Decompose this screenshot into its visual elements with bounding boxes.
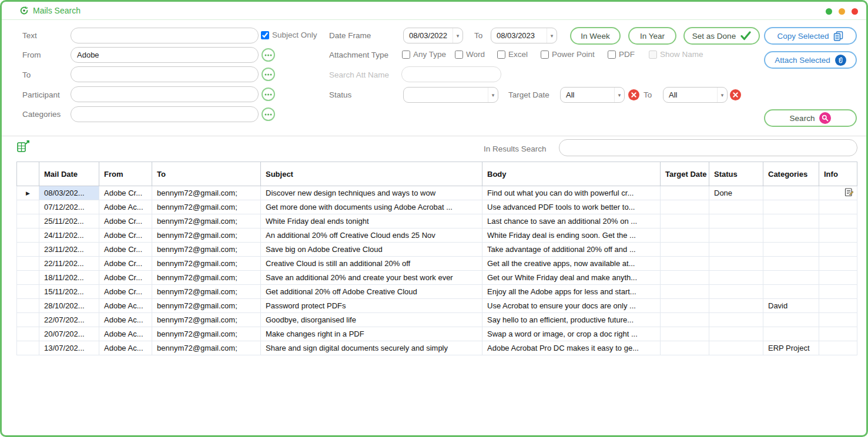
- table-row[interactable]: 18/11/202...Adobe Cr...bennym72@gmail.co…: [17, 271, 857, 285]
- table-row[interactable]: 07/12/202...Adobe Ac...bennym72@gmail.co…: [17, 200, 857, 214]
- cell-categories[interactable]: ERP Project: [763, 341, 819, 355]
- header-from[interactable]: From: [99, 162, 152, 186]
- cell-mail-date[interactable]: 28/10/202...: [39, 299, 99, 313]
- restore-button[interactable]: [839, 8, 845, 15]
- table-row[interactable]: 22/07/202...Adobe Ac...bennym72@gmail.co…: [17, 313, 857, 327]
- target-date-to-select[interactable]: All ▾: [663, 87, 728, 103]
- row-selector[interactable]: [17, 341, 39, 355]
- subject-only-checkbox[interactable]: [261, 31, 269, 39]
- cell-subject[interactable]: Share and sign digital documents securel…: [261, 341, 482, 355]
- cell-subject[interactable]: An additional 20% off Creative Cloud end…: [261, 228, 482, 243]
- header-target-date[interactable]: Target Date: [661, 162, 709, 186]
- cell-subject[interactable]: Get additional 20% off Adobe Creative Cl…: [261, 285, 482, 299]
- cell-info[interactable]: [819, 200, 857, 214]
- cell-body[interactable]: Enjoy all the Adobe apps for less and st…: [482, 285, 661, 299]
- from-picker-button[interactable]: [262, 48, 275, 62]
- cell-body[interactable]: White Friday deal is ending soon. Get th…: [482, 228, 661, 243]
- cell-from[interactable]: Adobe Cr...: [99, 271, 152, 285]
- cell-target-date[interactable]: [661, 200, 709, 214]
- search-button[interactable]: Search: [764, 109, 857, 127]
- cell-from[interactable]: Adobe Cr...: [99, 285, 152, 299]
- cell-target-date[interactable]: [661, 327, 709, 341]
- row-selector[interactable]: [17, 200, 39, 214]
- cell-target-date[interactable]: [661, 243, 709, 257]
- row-selector[interactable]: [17, 228, 39, 243]
- cell-subject[interactable]: Goodbye, disorganised life: [261, 313, 482, 327]
- row-selector[interactable]: [17, 214, 39, 228]
- row-selector[interactable]: ▶: [17, 186, 39, 200]
- excel-checkbox[interactable]: [497, 51, 505, 59]
- row-selector[interactable]: [17, 285, 39, 299]
- cell-subject[interactable]: Password protect PDFs: [261, 299, 482, 313]
- table-row[interactable]: 23/11/202...Adobe Cr...bennym72@gmail.co…: [17, 243, 857, 257]
- cell-mail-date[interactable]: 15/11/202...: [39, 285, 99, 299]
- cell-to[interactable]: bennym72@gmail.com;: [152, 228, 261, 243]
- attachment-powerpoint-checkbox-row[interactable]: Power Point: [541, 50, 595, 59]
- from-input[interactable]: [71, 47, 259, 63]
- status-select[interactable]: ▾: [403, 87, 498, 103]
- cell-categories[interactable]: [763, 200, 819, 214]
- categories-picker-button[interactable]: [262, 107, 275, 121]
- note-edit-icon[interactable]: [844, 187, 854, 197]
- row-selector[interactable]: [17, 243, 39, 257]
- header-status[interactable]: Status: [709, 162, 763, 186]
- cell-from[interactable]: Adobe Ac...: [99, 299, 152, 313]
- cell-from[interactable]: Adobe Cr...: [99, 186, 152, 200]
- attachment-any-type-checkbox-row[interactable]: Any Type: [402, 50, 446, 59]
- cell-mail-date[interactable]: 23/11/202...: [39, 243, 99, 257]
- cell-body[interactable]: Use Acrobat to ensure your docs are only…: [482, 299, 661, 313]
- cell-subject[interactable]: Make changes right in a PDF: [261, 327, 482, 341]
- cell-categories[interactable]: [763, 313, 819, 327]
- cell-subject[interactable]: Creative Cloud is still an additional 20…: [261, 257, 482, 271]
- cell-to[interactable]: bennym72@gmail.com;: [152, 341, 261, 355]
- cell-info[interactable]: [819, 271, 857, 285]
- in-year-button[interactable]: In Year: [628, 27, 676, 45]
- cell-mail-date[interactable]: 07/12/202...: [39, 200, 99, 214]
- table-row[interactable]: 24/11/202...Adobe Cr...bennym72@gmail.co…: [17, 228, 857, 243]
- cell-status[interactable]: [709, 327, 763, 341]
- row-selector[interactable]: [17, 327, 39, 341]
- cell-target-date[interactable]: [661, 271, 709, 285]
- cell-subject[interactable]: White Friday deal ends tonight: [261, 214, 482, 228]
- close-button[interactable]: [852, 8, 858, 15]
- in-results-search-input[interactable]: [559, 139, 857, 156]
- cell-mail-date[interactable]: 22/07/202...: [39, 313, 99, 327]
- header-mail-date[interactable]: Mail Date: [39, 162, 99, 186]
- header-subject[interactable]: Subject: [261, 162, 482, 186]
- cell-target-date[interactable]: [661, 313, 709, 327]
- table-row[interactable]: 15/11/202...Adobe Cr...bennym72@gmail.co…: [17, 285, 857, 299]
- participant-picker-button[interactable]: [262, 88, 275, 101]
- text-input[interactable]: [71, 28, 259, 43]
- cell-target-date[interactable]: [661, 214, 709, 228]
- cell-target-date[interactable]: [661, 257, 709, 271]
- copy-selected-button[interactable]: Copy Selected: [764, 27, 857, 45]
- cell-from[interactable]: Adobe Cr...: [99, 257, 152, 271]
- pdf-checkbox[interactable]: [608, 51, 616, 59]
- cell-info[interactable]: [819, 186, 857, 200]
- cell-from[interactable]: Adobe Ac...: [99, 200, 152, 214]
- table-row[interactable]: 28/10/202...Adobe Ac...bennym72@gmail.co…: [17, 299, 857, 313]
- cell-body[interactable]: Adobe Acrobat Pro DC makes it easy to ge…: [482, 341, 661, 355]
- target-date-from-select[interactable]: All ▾: [560, 87, 625, 103]
- attachment-word-checkbox-row[interactable]: Word: [455, 50, 485, 59]
- table-row[interactable]: ▶08/03/202...Adobe Cr...bennym72@gmail.c…: [17, 186, 857, 200]
- cell-mail-date[interactable]: 20/07/202...: [39, 327, 99, 341]
- cell-info[interactable]: [819, 285, 857, 299]
- cell-body[interactable]: Get our White Friday deal and make anyth…: [482, 271, 661, 285]
- cell-categories[interactable]: David: [763, 299, 819, 313]
- cell-categories[interactable]: [763, 228, 819, 243]
- minimize-button[interactable]: [826, 8, 832, 15]
- cell-status[interactable]: [709, 313, 763, 327]
- cell-status[interactable]: Done: [709, 186, 763, 200]
- cell-from[interactable]: Adobe Cr...: [99, 228, 152, 243]
- categories-input[interactable]: [71, 106, 259, 122]
- cell-status[interactable]: [709, 257, 763, 271]
- cell-body[interactable]: Say hello to an efficient, productive fu…: [482, 313, 661, 327]
- word-checkbox[interactable]: [455, 51, 463, 59]
- cell-target-date[interactable]: [661, 186, 709, 200]
- row-selector[interactable]: [17, 271, 39, 285]
- cell-status[interactable]: [709, 243, 763, 257]
- date-from-select[interactable]: 08/03/2022 ▾: [403, 28, 463, 43]
- cell-info[interactable]: [819, 341, 857, 355]
- header-info[interactable]: Info: [819, 162, 857, 186]
